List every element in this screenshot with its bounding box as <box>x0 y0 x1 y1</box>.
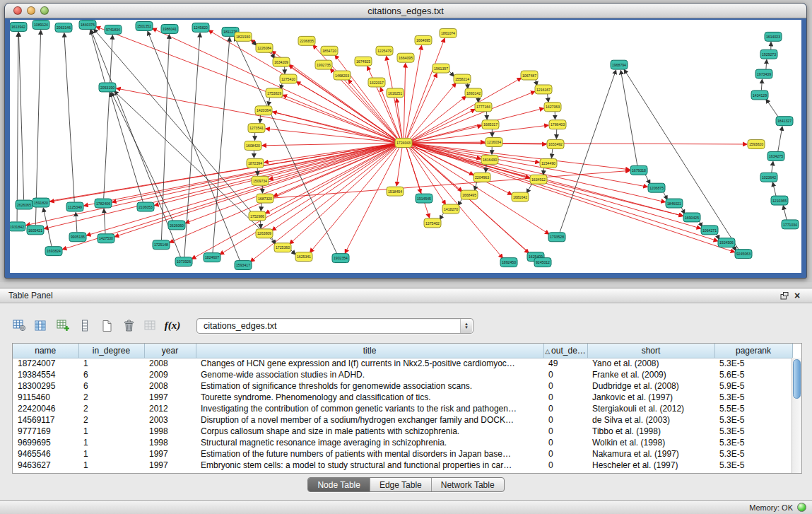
network-canvas[interactable]: 1613942108912420631461840376974183415013… <box>10 20 801 273</box>
graph-node[interactable]: 1634209 <box>273 57 290 66</box>
graph-node[interactable]: 1501352 <box>136 21 153 30</box>
graph-node[interactable]: 1821930 <box>235 32 252 41</box>
graph-node[interactable]: 1902354 <box>332 254 349 263</box>
graph-node[interactable]: 1973439 <box>755 69 772 78</box>
table-selector-dropdown[interactable]: citations_edges.txt ▲▼ <box>196 318 473 334</box>
import-table-button[interactable] <box>141 317 160 334</box>
graph-node[interactable]: 1674925 <box>355 57 372 66</box>
graph-node[interactable]: 1593417 <box>235 261 252 270</box>
table-row[interactable]: 1938455462009Genome-wide association stu… <box>13 369 792 380</box>
graph-node[interactable]: 1591820 <box>33 198 49 207</box>
graph-node[interactable]: 1275410 <box>280 74 297 83</box>
graph-node[interactable]: 1605421 <box>27 226 44 235</box>
graph-node[interactable]: 1089124 <box>33 20 49 29</box>
graph-node[interactable]: 1724043 <box>395 139 412 148</box>
graph-node[interactable]: 1616251 <box>387 88 404 98</box>
column-header-name[interactable]: name <box>13 344 78 358</box>
graph-node[interactable]: 1664695 <box>415 35 432 45</box>
network-window[interactable]: citations_edges.txt 16139421089124206314… <box>4 3 807 279</box>
column-header-title[interactable]: title <box>196 344 543 358</box>
scrollbar-thumb[interactable] <box>793 359 801 399</box>
row-options-button[interactable] <box>76 317 94 334</box>
graph-node[interactable]: 1782406 <box>95 199 112 208</box>
graph-node[interactable]: 1613942 <box>10 22 27 31</box>
graph-node[interactable]: 1226084 <box>256 43 273 52</box>
citation-graph[interactable]: 1613942108912420631461840376974183415013… <box>10 20 801 273</box>
graph-node[interactable]: 1073926 <box>175 257 192 267</box>
memory-status-indicator[interactable] <box>797 503 806 512</box>
graph-node[interactable]: 9245012 <box>534 258 551 267</box>
window-zoom-button[interactable] <box>40 6 49 15</box>
graph-node[interactable]: 2206835 <box>298 36 315 45</box>
graph-node[interactable]: 1067487 <box>521 71 538 80</box>
graph-node[interactable]: 1225479 <box>376 46 393 55</box>
graph-node[interactable]: 1608420 <box>245 141 261 151</box>
table-row[interactable]: 946362711997Embryonic stem cells: a mode… <box>13 460 792 471</box>
graph-node[interactable]: 1558214 <box>454 74 471 83</box>
table-scrollbar[interactable] <box>792 358 801 473</box>
graph-node[interactable]: 1681642 <box>512 192 529 201</box>
graph-node[interactable]: 1322017 <box>368 78 385 87</box>
create-column-button[interactable] <box>54 317 72 334</box>
window-close-button[interactable] <box>13 6 22 15</box>
graph-node[interactable]: 1216167 <box>535 85 552 94</box>
graph-node[interactable]: 2204963 <box>473 173 490 182</box>
graph-node[interactable]: 1687320 <box>257 194 273 203</box>
graph-node[interactable]: 1816430 <box>481 155 498 164</box>
graph-node[interactable]: 1263809 <box>256 229 273 238</box>
column-header-in_degree[interactable]: in_degree <box>78 344 144 358</box>
graph-node[interactable]: 1625341 <box>295 252 312 262</box>
tab-network-table[interactable]: Network Table <box>431 478 504 491</box>
tab-node-table[interactable]: Node Table <box>308 478 370 491</box>
graph-node[interactable]: 9905135 <box>69 233 86 242</box>
graph-node[interactable]: 1679318 <box>630 165 647 175</box>
graph-node[interactable]: 1216034 <box>486 138 502 147</box>
graph-node[interactable]: 1375402 <box>424 218 441 228</box>
column-settings-button[interactable] <box>10 317 28 334</box>
graph-node[interactable]: 1125349 <box>66 202 83 211</box>
graph-node[interactable]: 1420364 <box>255 106 272 115</box>
window-minimize-button[interactable] <box>27 6 35 15</box>
graph-node[interactable]: 1685317 <box>482 120 499 129</box>
graph-node[interactable]: 1064271 <box>701 226 718 235</box>
table-row[interactable]: 977716911998Corpus callosum shape and si… <box>13 426 792 437</box>
delete-table-button[interactable] <box>119 317 138 334</box>
graph-node[interactable]: 1777164 <box>475 103 492 112</box>
graph-node[interactable]: 1518454 <box>387 187 404 196</box>
graph-node[interactable]: 9741834 <box>105 25 122 34</box>
graph-node[interactable]: 1509734 <box>252 176 269 185</box>
graph-node[interactable]: 1824607 <box>204 253 220 262</box>
new-table-button[interactable] <box>98 317 116 334</box>
graph-node[interactable]: 2106053 <box>137 202 154 211</box>
function-builder-button[interactable]: f(x) <box>163 317 182 334</box>
graph-node[interactable]: 1861074 <box>440 28 457 37</box>
graph-node[interactable]: 1931842 <box>10 222 25 231</box>
table-row[interactable]: 1830029562008Estimation of significance … <box>13 380 792 392</box>
graph-node[interactable]: 1924506 <box>718 238 735 247</box>
tab-edge-table[interactable]: Edge Table <box>370 478 431 491</box>
graph-node[interactable]: 1206875 <box>648 183 665 192</box>
graph-node[interactable]: 1986041 <box>161 24 178 33</box>
select-columns-button[interactable] <box>32 317 50 334</box>
graph-node[interactable]: 1614023 <box>765 32 782 41</box>
graph-node[interactable]: 1892450 <box>500 258 517 267</box>
graph-node[interactable]: 1872394 <box>247 158 264 168</box>
graph-node[interactable]: 1427063 <box>544 103 561 112</box>
column-header-short[interactable]: short <box>587 344 714 358</box>
column-header-year[interactable]: year <box>144 344 196 358</box>
graph-node[interactable]: 1427530 <box>98 234 114 243</box>
graph-node[interactable]: 1023642 <box>760 173 777 182</box>
graph-node[interactable]: 2063146 <box>55 23 72 32</box>
network-window-titlebar[interactable]: citations_edges.txt <box>5 4 806 18</box>
graph-node[interactable]: 1914545 <box>416 194 433 203</box>
graph-node[interactable]: 1664095 <box>397 53 414 62</box>
table-row[interactable]: 969969511998Structural magnetic resonanc… <box>13 437 792 448</box>
graph-node[interactable]: 1786403 <box>549 120 566 129</box>
graph-node[interactable]: 1434129 <box>751 90 768 100</box>
graph-node[interactable]: 2626065 <box>16 200 33 209</box>
graph-node[interactable]: 1753829 <box>266 88 283 98</box>
graph-node[interactable]: 1245820 <box>192 23 209 32</box>
graph-node[interactable]: 1725148 <box>153 240 170 250</box>
table-row[interactable]: 1872400712008Changes of HCN gene express… <box>13 358 792 369</box>
graph-node[interactable]: 1840376 <box>79 20 96 29</box>
